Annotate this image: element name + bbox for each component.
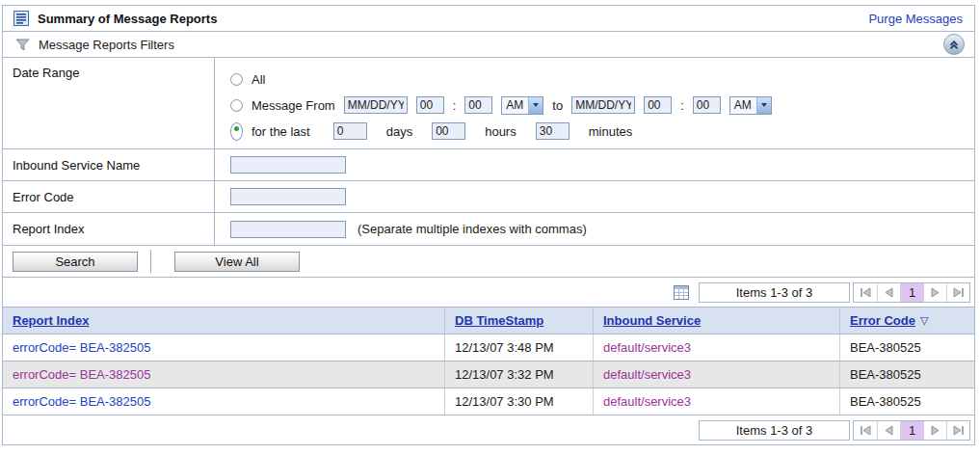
table-row: errorCode= BEA-382505 12/13/07 3:48 PM d… bbox=[3, 335, 974, 361]
last-page-button[interactable] bbox=[946, 283, 969, 302]
table-row: errorCode= BEA-382505 12/13/07 3:32 PM d… bbox=[3, 361, 974, 388]
filter-funnel-icon bbox=[15, 39, 30, 51]
db-timestamp-cell: 12/13/07 3:30 PM bbox=[445, 388, 594, 415]
report-document-icon bbox=[13, 11, 29, 26]
db-timestamp-cell: 12/13/07 3:32 PM bbox=[445, 361, 594, 388]
collapse-filters-button[interactable] bbox=[943, 34, 965, 55]
items-count-box: Items 1-3 of 3 bbox=[699, 420, 850, 441]
to-date-input[interactable] bbox=[571, 96, 635, 114]
column-header-inbound-service[interactable]: Inbound Service bbox=[603, 313, 701, 328]
view-all-button[interactable]: View All bbox=[174, 252, 300, 272]
message-from-radio-label: Message From bbox=[252, 98, 335, 113]
from-time-separator: : bbox=[453, 98, 457, 113]
pager: 1 bbox=[853, 282, 970, 303]
from-minute-input[interactable] bbox=[464, 96, 492, 114]
first-page-button[interactable] bbox=[854, 283, 877, 302]
date-range-option-last: for the last days hours minutes bbox=[230, 121, 632, 141]
inbound-service-link[interactable]: default/service3 bbox=[603, 340, 691, 355]
next-page-button[interactable] bbox=[923, 421, 946, 440]
inbound-service-row: Inbound Service Name bbox=[3, 149, 974, 181]
date-range-option-message-from: Message From : AM to : AM bbox=[230, 95, 772, 115]
to-minute-input[interactable] bbox=[693, 96, 721, 114]
from-ampm-select[interactable]: AM bbox=[501, 96, 543, 115]
last-days-input[interactable] bbox=[333, 122, 367, 140]
last-page-button[interactable] bbox=[946, 421, 969, 440]
error-code-label: Error Code bbox=[3, 181, 215, 212]
items-count-box: Items 1-3 of 3 bbox=[699, 282, 850, 303]
error-code-cell: BEA-380525 bbox=[840, 335, 974, 361]
to-ampm-select[interactable]: AM bbox=[729, 96, 772, 115]
error-code-input[interactable] bbox=[230, 188, 346, 205]
from-date-input[interactable] bbox=[344, 96, 408, 114]
all-radio-label: All bbox=[252, 72, 265, 87]
hours-label: hours bbox=[485, 124, 516, 139]
report-index-link[interactable]: errorCode= BEA-382505 bbox=[13, 394, 150, 409]
current-page-button[interactable]: 1 bbox=[900, 283, 923, 302]
to-label: to bbox=[552, 98, 563, 113]
report-index-hint: (Separate multiple indexes with commas) bbox=[358, 222, 587, 236]
error-code-row: Error Code bbox=[3, 181, 974, 213]
table-grid-icon[interactable] bbox=[674, 285, 689, 300]
button-divider bbox=[150, 250, 151, 273]
all-radio[interactable] bbox=[230, 73, 243, 86]
to-time-separator: : bbox=[680, 98, 684, 113]
minutes-label: minutes bbox=[589, 124, 633, 139]
filter-header-bar: Message Reports Filters bbox=[3, 32, 974, 58]
column-header-db-timestamp[interactable]: DB TimeStamp bbox=[455, 313, 543, 328]
message-reports-panel: Summary of Message Reports Purge Message… bbox=[2, 5, 975, 445]
report-index-input[interactable] bbox=[230, 221, 346, 238]
to-ampm-value: AM bbox=[730, 97, 756, 114]
report-index-link[interactable]: errorCode= BEA-382505 bbox=[13, 340, 150, 355]
chevron-down-icon bbox=[528, 97, 543, 114]
purge-messages-link[interactable]: Purge Messages bbox=[868, 12, 963, 26]
inbound-service-link[interactable]: default/service3 bbox=[603, 394, 691, 409]
inbound-service-input[interactable] bbox=[230, 156, 346, 174]
column-header-error-code[interactable]: Error Code bbox=[850, 313, 915, 328]
inbound-service-link[interactable]: default/service3 bbox=[603, 367, 691, 382]
from-hour-input[interactable] bbox=[416, 96, 444, 114]
filter-bar-title: Message Reports Filters bbox=[39, 38, 174, 52]
pager: 1 bbox=[853, 420, 970, 441]
message-from-radio[interactable] bbox=[230, 99, 243, 112]
inbound-service-label: Inbound Service Name bbox=[3, 149, 215, 180]
for-the-last-radio-label: for the last bbox=[252, 124, 310, 139]
date-range-option-all: All bbox=[230, 69, 265, 89]
first-page-button[interactable] bbox=[854, 421, 877, 440]
date-range-options: All Message From : AM to : AM bbox=[215, 58, 974, 148]
next-page-button[interactable] bbox=[923, 283, 946, 302]
from-ampm-value: AM bbox=[502, 97, 528, 114]
current-page-button[interactable]: 1 bbox=[900, 421, 923, 440]
report-index-link[interactable]: errorCode= BEA-382505 bbox=[13, 367, 150, 382]
previous-page-button[interactable] bbox=[877, 283, 900, 302]
to-hour-input[interactable] bbox=[644, 96, 672, 114]
table-header-row: Report Index DB TimeStamp Inbound Servic… bbox=[3, 308, 974, 335]
table-row: errorCode= BEA-382505 12/13/07 3:30 PM d… bbox=[3, 388, 974, 415]
title-bar: Summary of Message Reports Purge Message… bbox=[3, 6, 974, 32]
bottom-pagination-bar: Items 1-3 of 3 1 bbox=[3, 415, 974, 444]
previous-page-button[interactable] bbox=[877, 421, 900, 440]
sort-descending-icon: ▽ bbox=[920, 314, 928, 327]
chevron-down-icon bbox=[756, 97, 771, 114]
report-index-label: Report Index bbox=[3, 213, 215, 245]
top-pagination-bar: Items 1-3 of 3 1 bbox=[3, 278, 974, 308]
for-the-last-radio[interactable] bbox=[230, 122, 243, 141]
report-index-row: Report Index (Separate multiple indexes … bbox=[3, 213, 974, 246]
date-range-row: Date Range All Message From : AM to bbox=[3, 58, 974, 149]
column-header-report-index[interactable]: Report Index bbox=[13, 313, 89, 328]
last-hours-input[interactable] bbox=[432, 122, 465, 140]
date-range-label: Date Range bbox=[3, 58, 215, 148]
db-timestamp-cell: 12/13/07 3:48 PM bbox=[445, 335, 594, 361]
days-label: days bbox=[386, 124, 412, 139]
search-button[interactable]: Search bbox=[13, 252, 138, 272]
page-title: Summary of Message Reports bbox=[38, 12, 217, 26]
filter-buttons-row: Search View All bbox=[3, 246, 974, 278]
last-minutes-input[interactable] bbox=[536, 122, 569, 140]
error-code-cell: BEA-380525 bbox=[840, 388, 974, 415]
error-code-cell: BEA-380525 bbox=[840, 361, 974, 388]
